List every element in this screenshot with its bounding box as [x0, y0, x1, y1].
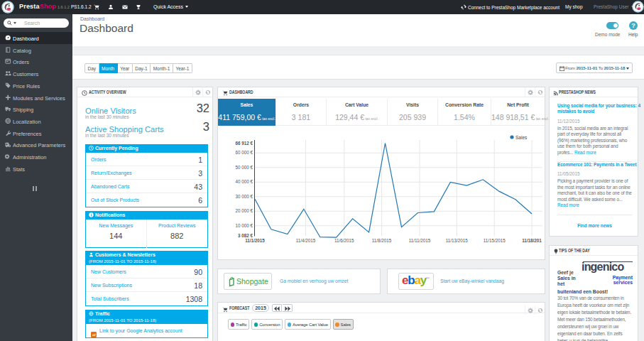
svg-text:11/18/201: 11/18/201	[522, 238, 542, 243]
svg-text:30 000 €: 30 000 €	[235, 194, 253, 199]
svg-text:11/1/2015: 11/1/2015	[245, 238, 265, 243]
svg-text:11/13/2015: 11/13/2015	[446, 238, 469, 243]
svg-text:40 000 €: 40 000 €	[235, 179, 253, 184]
svg-text:11/11/2015: 11/11/2015	[409, 238, 431, 243]
svg-text:60 000 €: 60 000 €	[235, 150, 253, 155]
svg-text:11/15/2015: 11/15/2015	[484, 238, 506, 243]
svg-text:50 000 €: 50 000 €	[235, 165, 253, 170]
svg-text:20 000 €: 20 000 €	[235, 208, 253, 213]
svg-text:66 912 €: 66 912 €	[235, 141, 253, 146]
svg-text:11/6/2015: 11/6/2015	[334, 238, 354, 243]
svg-text:10 000 €: 10 000 €	[235, 223, 253, 228]
svg-text:Sales: Sales	[515, 135, 528, 140]
svg-text:11/4/2015: 11/4/2015	[296, 238, 316, 243]
svg-text:11/8/2015: 11/8/2015	[372, 238, 392, 243]
